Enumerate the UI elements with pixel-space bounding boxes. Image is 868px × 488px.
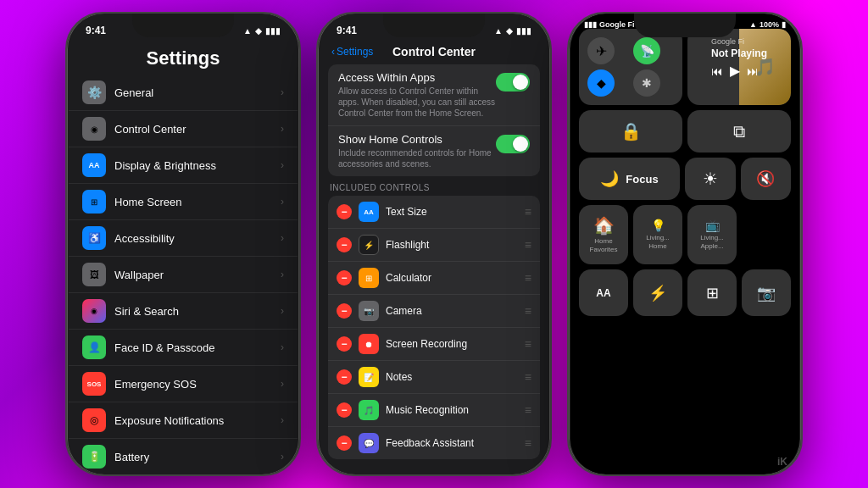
control-center-label: Control Center: [114, 123, 281, 136]
back-button[interactable]: ‹ Settings: [331, 46, 373, 58]
access-within-apps-toggle[interactable]: [496, 73, 530, 92]
prev-track-button[interactable]: ⏮: [711, 64, 723, 78]
remove-button[interactable]: −: [337, 336, 352, 352]
battery-percent: 100%: [760, 20, 779, 29]
signal-icon-2: ▲: [494, 26, 503, 36]
notes-label: Notes: [386, 371, 525, 383]
control-center-icon: ◉: [82, 117, 106, 141]
phone-2: 9:41 ▲ ◆ ▮▮▮ ‹ Settings Control Center A…: [316, 12, 552, 476]
brightness-button[interactable]: ☀: [685, 158, 736, 200]
panel-focus-row: 🌙 Focus ☀ 🔇: [579, 158, 791, 200]
screen-mirror-button[interactable]: ⧉: [687, 110, 791, 152]
drag-handle-icon[interactable]: ≡: [525, 304, 531, 318]
control-notes[interactable]: − 📝 Notes ≡: [328, 361, 540, 394]
settings-item-battery[interactable]: 🔋 Battery ›: [69, 439, 298, 474]
control-flashlight[interactable]: − ⚡ Flashlight ≡: [328, 229, 540, 262]
text-size-panel-icon: AA: [596, 287, 610, 299]
settings-item-emergency[interactable]: SOS Emergency SOS ›: [69, 366, 298, 402]
home-icon: 🏠: [593, 215, 615, 236]
control-feedback-assistant[interactable]: − 💬 Feedback Assistant ≡: [328, 427, 540, 459]
drag-handle-icon[interactable]: ≡: [525, 205, 531, 219]
control-music-recognition[interactable]: − 🎵 Music Recognition ≡: [328, 394, 540, 427]
living-home-button[interactable]: 💡 Living...Home: [633, 205, 682, 264]
drag-handle-icon[interactable]: ≡: [525, 436, 531, 450]
living-apple-button[interactable]: 📺 Living...Apple...: [687, 205, 737, 264]
airplane-mode-button[interactable]: ✈: [587, 37, 615, 64]
text-size-panel-button[interactable]: AA: [579, 269, 628, 316]
remove-button[interactable]: −: [337, 237, 352, 252]
remove-button[interactable]: −: [337, 303, 352, 319]
flashlight-panel-button[interactable]: ⚡: [633, 269, 682, 316]
show-home-controls-title: Show Home Controls: [338, 133, 496, 146]
access-within-apps-title: Access Within Apps: [338, 71, 496, 84]
settings-item-control-center[interactable]: ◉ Control Center ›: [69, 111, 298, 147]
wifi-icon: ◆: [255, 26, 262, 36]
control-calculator[interactable]: − ⊞ Calculator ≡: [328, 262, 540, 295]
camera-panel-button[interactable]: 📷: [742, 269, 791, 316]
screen-recording-icon: ⏺: [359, 334, 379, 354]
next-track-button[interactable]: ⏭: [747, 64, 759, 78]
panel-home-row: 🏠 HomeFavorites 💡 Living...Home 📺 Living…: [579, 205, 791, 264]
play-button[interactable]: ▶: [730, 63, 740, 79]
emergency-icon: SOS: [82, 372, 106, 396]
accessibility-icon: ♿: [82, 226, 106, 250]
settings-title: Settings: [69, 41, 298, 75]
panel-status-bar: ▮▮▮ Google Fi ◆ ▲ 100% ▮: [570, 14, 799, 29]
chevron-icon: ›: [281, 414, 284, 426]
settings-item-home[interactable]: ⊞ Home Screen ›: [69, 184, 298, 220]
accessibility-label: Accessibility: [114, 232, 281, 245]
bluetooth-button[interactable]: ✱: [633, 69, 660, 97]
drag-handle-icon[interactable]: ≡: [525, 271, 531, 285]
chevron-icon: ›: [281, 196, 284, 208]
volume-button[interactable]: 🔇: [741, 158, 792, 200]
drag-handle-icon[interactable]: ≡: [525, 403, 531, 417]
chevron-icon: ›: [281, 269, 284, 280]
control-screen-recording[interactable]: − ⏺ Screen Recording ≡: [328, 328, 540, 361]
chevron-icon: ›: [281, 378, 284, 390]
back-chevron-icon: ‹: [331, 46, 335, 58]
cellular-button[interactable]: 📡: [633, 37, 660, 64]
status-time-2: 9:41: [337, 25, 357, 36]
status-icons-2: ▲ ◆ ▮▮▮: [494, 26, 531, 36]
drag-handle-icon[interactable]: ≡: [525, 337, 531, 351]
drag-handle-icon[interactable]: ≡: [525, 370, 531, 384]
display-label: Display & Brightness: [114, 159, 281, 172]
media-title-label: Not Playing: [711, 47, 767, 59]
show-home-controls-toggle[interactable]: [496, 135, 530, 153]
phone-1: 9:41 ▲ ◆ ▮▮▮ Settings ⚙️ General › ◉ Con…: [65, 12, 301, 476]
show-home-controls-text: Show Home Controls Include recommended c…: [338, 133, 496, 169]
signal-bars-icon: ▮▮▮: [584, 20, 597, 29]
wifi-button[interactable]: ◆: [587, 69, 615, 97]
remove-button[interactable]: −: [337, 402, 352, 418]
panel-middle-row: 🔒 ⧉: [579, 110, 791, 152]
calculator-panel-button[interactable]: ⊞: [687, 269, 737, 316]
back-label: Settings: [337, 46, 373, 58]
status-bar-1: 9:41 ▲ ◆ ▮▮▮: [69, 14, 298, 41]
control-camera[interactable]: − 📷 Camera ≡: [328, 295, 540, 328]
music-recognition-icon: 🎵: [359, 400, 379, 420]
remove-button[interactable]: −: [337, 204, 352, 219]
control-text-size[interactable]: − AA Text Size ≡: [328, 196, 540, 229]
drag-handle-icon[interactable]: ≡: [525, 238, 531, 252]
focus-button[interactable]: 🌙 Focus: [579, 158, 680, 200]
text-size-icon: AA: [359, 202, 379, 222]
settings-item-exposure[interactable]: ◎ Exposure Notifications ›: [69, 402, 298, 439]
settings-item-display[interactable]: AA Display & Brightness ›: [69, 147, 298, 184]
settings-item-general[interactable]: ⚙️ General ›: [69, 75, 298, 111]
home-favorites-button[interactable]: 🏠 HomeFavorites: [579, 205, 628, 264]
chevron-icon: ›: [281, 159, 284, 171]
orientation-lock-button[interactable]: 🔒: [579, 110, 682, 152]
calculator-label: Calculator: [386, 272, 525, 284]
cc-screen: 9:41 ▲ ◆ ▮▮▮ ‹ Settings Control Center A…: [320, 14, 548, 474]
settings-item-siri[interactable]: ◉ Siri & Search ›: [69, 293, 298, 330]
calculator-icon: ⊞: [359, 268, 379, 288]
settings-item-faceid[interactable]: 👤 Face ID & Passcode ›: [69, 330, 298, 366]
settings-item-accessibility[interactable]: ♿ Accessibility ›: [69, 220, 298, 257]
media-controls: ⏮ ▶ ⏭: [711, 63, 767, 79]
settings-item-wallpaper[interactable]: 🖼 Wallpaper ›: [69, 257, 298, 293]
text-size-label: Text Size: [386, 206, 525, 218]
remove-button[interactable]: −: [337, 369, 352, 385]
remove-button[interactable]: −: [337, 270, 352, 286]
siri-label: Siri & Search: [114, 305, 281, 318]
remove-button[interactable]: −: [337, 435, 352, 451]
